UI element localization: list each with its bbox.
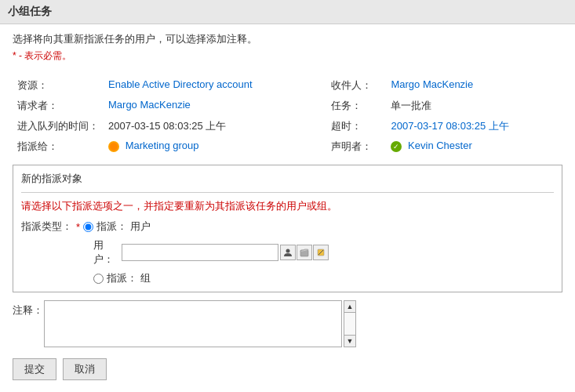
page-title: 小组任务 <box>8 5 52 17</box>
source-value: Enable Active Directory account <box>104 75 315 96</box>
select-user-icon[interactable] <box>280 245 296 260</box>
assign-prompt: 请选择以下指派选项之一，并指定要重新为其指派该任务的用户或组。 <box>21 199 554 213</box>
user-input[interactable] <box>122 244 278 261</box>
page-container: 小组任务 选择将向其重新指派任务的用户，可以选择添加注释。 * - 表示必需。 … <box>0 0 575 392</box>
info-table: 资源： Enable Active Directory account 收件人：… <box>13 75 562 157</box>
user-input-row: 用户： <box>93 238 554 267</box>
radio-group-assign-label: 指派： <box>107 271 137 285</box>
check-icon: ✓ <box>391 141 402 152</box>
radio-user[interactable] <box>83 222 93 232</box>
footer-buttons: 提交 取消 <box>13 358 562 380</box>
required-note-text: - 表示必需。 <box>19 50 71 61</box>
timeout-value: 2007-03-17 08:03:25 上午 <box>386 116 562 136</box>
task-label: 任务： <box>315 96 386 116</box>
declarant-value: ✓ Kevin Chester <box>386 136 562 157</box>
pencil-icon <box>316 248 326 257</box>
group-row: 指派： 组 <box>93 271 554 285</box>
edit-icon[interactable] <box>313 245 329 260</box>
assign-section-title: 新的指派对象 <box>21 172 554 186</box>
icon-buttons <box>280 245 329 260</box>
scrollbar-track <box>344 313 356 335</box>
timeout-label: 超时： <box>315 116 386 136</box>
assign-section: 新的指派对象 请选择以下指派选项之一，并指定要重新为其指派该任务的用户或组。 指… <box>13 165 562 292</box>
info-row-queue: 进入队列的时间： 2007-03-15 08:03:25 上午 超时： 2007… <box>13 116 562 136</box>
required-star: * <box>13 50 16 61</box>
folder-icon <box>300 248 309 257</box>
source-label: 资源： <box>13 75 104 96</box>
section-divider <box>21 192 554 193</box>
task-value: 单一批准 <box>386 96 562 116</box>
assign-type-label: 指派类型： <box>21 220 76 234</box>
description-text: 选择将向其重新指派任务的用户，可以选择添加注释。 <box>13 32 562 46</box>
info-row-source: 资源： Enable Active Directory account 收件人：… <box>13 75 562 96</box>
queue-time-label: 进入队列的时间： <box>13 116 104 136</box>
radio-group-option[interactable]: 指派： 组 <box>93 271 151 285</box>
comment-label: 注释： <box>13 300 44 318</box>
declarant-label: 声明者： <box>315 136 386 157</box>
requester-label: 请求者： <box>13 96 104 116</box>
radio-user-text: 用户 <box>130 220 151 234</box>
assign-type-row: 指派类型： * 指派： 用户 <box>21 220 554 234</box>
radio-group-text: 组 <box>140 271 151 285</box>
assign-to-value: Marketing group <box>104 136 315 157</box>
page-header: 小组任务 <box>0 0 575 24</box>
browse-icon[interactable] <box>297 245 312 260</box>
radio-group[interactable] <box>93 274 104 284</box>
assign-to-value-text: Marketing group <box>126 140 199 151</box>
marketing-icon <box>108 141 119 152</box>
scroll-down-btn[interactable]: ▼ <box>344 335 356 347</box>
assign-to-label: 指派给： <box>13 136 104 157</box>
comment-textarea[interactable] <box>44 300 342 347</box>
page-content: 选择将向其重新指派任务的用户，可以选择添加注释。 * - 表示必需。 资源： E… <box>0 24 575 388</box>
scroll-up-btn[interactable]: ▲ <box>344 300 356 313</box>
requester-value: Margo MacKenzie <box>104 96 315 116</box>
queue-time-value: 2007-03-15 08:03:25 上午 <box>104 116 315 136</box>
radio-user-assign-label: 指派： <box>96 220 127 234</box>
required-star-assign: * <box>76 221 80 233</box>
submit-button[interactable]: 提交 <box>13 358 56 380</box>
info-row-requester: 请求者： Margo MacKenzie 任务： 单一批准 <box>13 96 562 116</box>
svg-point-0 <box>286 249 290 253</box>
radio-user-option[interactable]: 指派： 用户 <box>83 220 151 234</box>
recipient-value: Margo MacKenzie <box>386 75 562 96</box>
info-row-assign: 指派给： Marketing group 声明者： ✓ Kevin Cheste… <box>13 136 562 157</box>
required-note: * - 表示必需。 <box>13 49 562 63</box>
person-icon <box>283 248 293 257</box>
cancel-button[interactable]: 取消 <box>63 358 107 380</box>
user-field-label: 用户： <box>93 238 122 267</box>
comment-section: 注释： ▲ ▼ <box>13 300 562 347</box>
scrollbar-area: ▲ ▼ <box>344 300 356 347</box>
declarant-value-text: Kevin Chester <box>408 140 472 151</box>
recipient-label: 收件人： <box>315 75 386 96</box>
